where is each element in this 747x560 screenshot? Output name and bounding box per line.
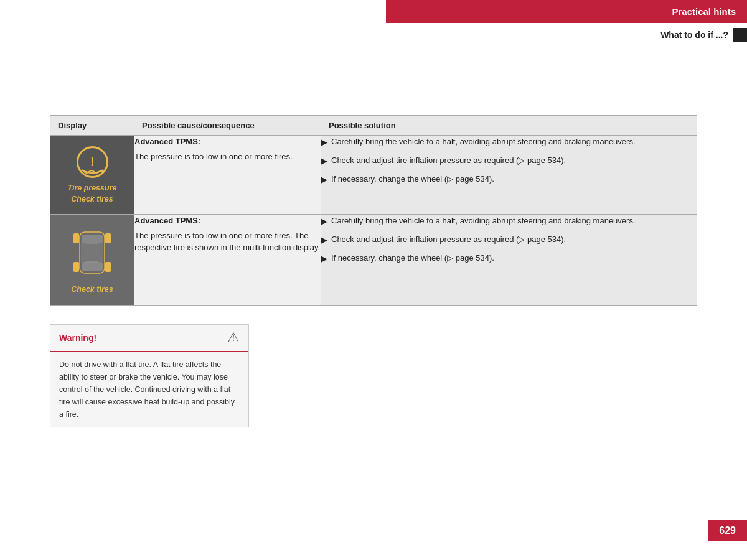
display-label-1: Tire pressure Check tires [68, 183, 117, 205]
main-content: Display Possible cause/consequence Possi… [50, 115, 697, 427]
page-number: 629 [708, 520, 747, 541]
solution-text-3: If necessary, change the wheel (▷ page 5… [331, 173, 494, 186]
svg-rect-6 [73, 233, 79, 243]
solution-text-1: Carefully bring the vehicle to a halt, a… [331, 136, 636, 149]
solution-item: ▶ Carefully bring the vehicle to a halt,… [321, 215, 697, 228]
warning-box: Warning! ⚠ Do not drive with a flat tire… [50, 324, 249, 427]
subsection-bar: What to do if ...? [386, 23, 747, 47]
warning-triangle-icon: ⚠ [227, 330, 240, 346]
solution-item: ▶ Check and adjust tire inflation pressu… [321, 154, 697, 168]
solution-text-6: If necessary, change the wheel (▷ page 5… [331, 252, 494, 265]
col-display: Display [50, 116, 134, 136]
warning-body: Do not drive with a flat tire. A flat ti… [50, 352, 248, 427]
section-title: Practical hints [672, 6, 736, 17]
cause-title-2: Advanced TPMS: [134, 215, 321, 227]
display-label-2: Check tires [71, 284, 113, 296]
section-title-bar: Practical hints [386, 0, 747, 23]
svg-rect-9 [105, 262, 111, 272]
bullet-4: ▶ [321, 215, 327, 228]
black-square-decoration [733, 28, 747, 42]
bullet-3: ▶ [321, 174, 327, 187]
cause-cell-2: Advanced TPMS: The pressure is too low i… [134, 215, 321, 306]
table-row: Check tires Advanced TPMS: The pressure … [50, 215, 697, 306]
solution-text-2: Check and adjust tire inflation pressure… [331, 154, 566, 167]
display-inner-1: ! Tire pressure Check tires [50, 136, 134, 214]
svg-rect-7 [105, 233, 111, 243]
cause-body-2: The pressure is too low in one or more t… [134, 230, 321, 254]
svg-rect-5 [81, 243, 103, 262]
car-top-view-icon [70, 225, 114, 281]
solution-item: ▶ If necessary, change the wheel (▷ page… [321, 173, 697, 187]
col-cause: Possible cause/consequence [134, 116, 321, 136]
info-table: Display Possible cause/consequence Possi… [50, 115, 697, 306]
svg-rect-8 [73, 262, 79, 272]
solution-item: ▶ Carefully bring the vehicle to a halt,… [321, 136, 697, 149]
cause-body-1: The pressure is too low in one or more t… [134, 151, 321, 163]
bullet-2: ▶ [321, 155, 327, 168]
display-inner-2: Check tires [50, 215, 134, 305]
warning-title: Warning! [59, 333, 96, 343]
display-cell-1: ! Tire pressure Check tires [50, 136, 134, 215]
solution-item: ▶ If necessary, change the wheel (▷ page… [321, 252, 697, 266]
header-section: Practical hints What to do if ...? [386, 0, 747, 47]
bullet-5: ▶ [321, 234, 327, 247]
col-solution: Possible solution [321, 116, 697, 136]
cause-cell-1: Advanced TPMS: The pressure is too low i… [134, 136, 321, 215]
bullet-6: ▶ [321, 253, 327, 266]
cause-title-1: Advanced TPMS: [134, 136, 321, 148]
solution-text-4: Carefully bring the vehicle to a halt, a… [331, 215, 636, 228]
tpms-warning-icon: ! [75, 145, 110, 179]
solution-text-5: Check and adjust tire inflation pressure… [331, 233, 566, 246]
bullet-1: ▶ [321, 136, 327, 149]
warning-header: Warning! ⚠ [50, 325, 248, 352]
svg-text:!: ! [90, 154, 94, 169]
svg-rect-3 [82, 235, 103, 243]
solution-item: ▶ Check and adjust tire inflation pressu… [321, 233, 697, 247]
display-cell-2: Check tires [50, 215, 134, 306]
subsection-title: What to do if ...? [660, 30, 728, 40]
solution-cell-2: ▶ Carefully bring the vehicle to a halt,… [321, 215, 697, 306]
solution-cell-1: ▶ Carefully bring the vehicle to a halt,… [321, 136, 697, 215]
svg-rect-4 [82, 262, 103, 271]
table-row: ! Tire pressure Check tires Advanc [50, 136, 697, 215]
table-header-row: Display Possible cause/consequence Possi… [50, 116, 697, 136]
